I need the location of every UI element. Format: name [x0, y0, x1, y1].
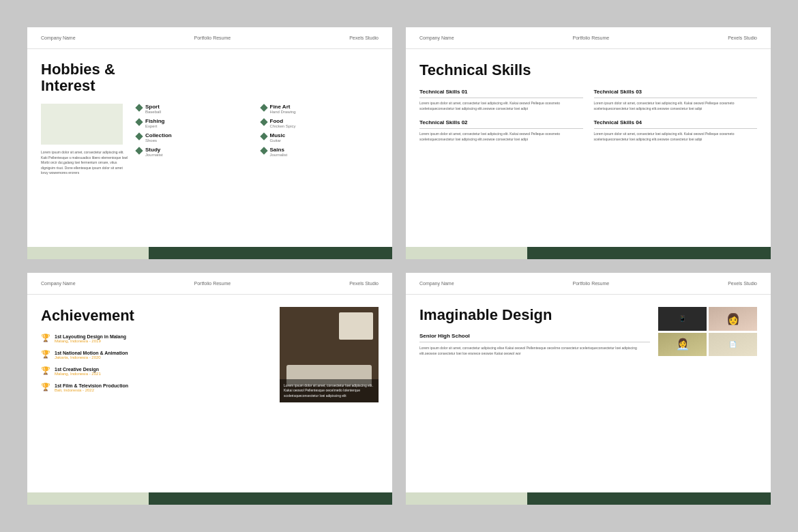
slide-content-4: Imaginable Design Senior High School Lor… [406, 295, 771, 505]
company-name-2: Company Name [419, 35, 454, 40]
footer-dark-2 [527, 247, 771, 259]
hobby-text-0: Sport Baseball [145, 104, 161, 114]
achievement-img-caption: Lorem ipsum dolor sit amet, consectetur … [284, 383, 374, 399]
studio-label-4: Pexels Studio [728, 281, 757, 286]
portfolio-label-3: Portfolio Resume [194, 281, 231, 286]
skills-grid: Technical Skills 01 Lorem ipsum dolor si… [419, 89, 757, 142]
slide-content-3: Achievement 🏆 1st Layouting Design in Ma… [27, 295, 392, 505]
hobbies-grid: Sport Baseball Fine Art Hand Drawing Fis… [136, 104, 379, 157]
achievement-title-0: 1st Layouting Design in Malang [55, 334, 126, 339]
company-name-1: Company Name [41, 35, 76, 40]
hobby-sub-7: Journalist [270, 153, 288, 157]
skill-name-0: Technical Skills 01 [419, 89, 583, 95]
hobby-item-0: Sport Baseball [136, 104, 254, 114]
hobby-item-3: Food Chicken Spicy [261, 118, 379, 128]
studio-label-3: Pexels Studio [349, 281, 379, 286]
hobby-name-3: Food [270, 118, 296, 124]
achievements-list: 🏆 1st Layouting Design in Malang Malang,… [41, 334, 271, 393]
achievement-item-2: 🏆 1st Creative Design Malang, Indonesia … [41, 367, 271, 376]
hobby-text-3: Food Chicken Spicy [270, 118, 296, 128]
achievement-right: Lorem ipsum dolor sit amet, consectetur … [280, 307, 379, 402]
company-name-3: Company Name [41, 281, 76, 286]
achievement-left: Achievement 🏆 1st Layouting Design in Ma… [41, 307, 271, 402]
portfolio-label-4: Portfolio Resume [573, 281, 610, 286]
achievement-details-3: 1st Film & Television Production Bali, I… [55, 383, 128, 392]
skill-text-0: Lorem ipsum dolor sit amet, consectetur … [419, 101, 583, 111]
skill-divider-2 [419, 128, 583, 129]
achievement-img-overlay: Lorem ipsum dolor sit amet, consectetur … [280, 379, 379, 403]
studio-label-2: Pexels Studio [728, 35, 757, 40]
hobby-text-2: Fishing Expert [145, 118, 164, 128]
slide-content-1: Hobbies & Interest Lorem ipsum dolor sit… [27, 49, 392, 259]
portfolio-label-2: Portfolio Resume [573, 35, 610, 40]
hobbies-body-text: Lorem ipsum dolor sit amet, consectetur … [41, 150, 130, 176]
achievement-image: Lorem ipsum dolor sit amet, consectetur … [280, 307, 379, 402]
achievement-sub-2: Malang, Indonesia - 2021 [55, 372, 101, 376]
hobbies-right: Sport Baseball Fine Art Hand Drawing Fis… [136, 104, 379, 176]
hobby-text-1: Fine Art Hand Drawing [270, 104, 296, 114]
design-img-4: 📄 [709, 333, 757, 357]
achievement-layout: Achievement 🏆 1st Layouting Design in Ma… [41, 307, 379, 402]
design-img-3: 👩‍💼 [658, 333, 707, 357]
hobbies-layout: Lorem ipsum dolor sit amet, consectetur … [41, 104, 379, 176]
skill-item-3: Technical Skills 04 Lorem ipsum dolor si… [594, 119, 758, 142]
footer-light-2 [406, 247, 527, 259]
achievement-sub-0: Malang, Indonesia - 2019 [55, 339, 126, 343]
hobby-sub-2: Expert [145, 124, 164, 128]
slide-achievement: Company Name Portfolio Resume Pexels Stu… [27, 273, 392, 505]
hobby-name-4: Collection [145, 132, 172, 138]
hobby-text-7: Sains Journalist [270, 147, 288, 157]
slide-hobbies: Company Name Portfolio Resume Pexels Stu… [27, 27, 392, 259]
studio-label-1: Pexels Studio [349, 35, 379, 40]
slide-header-4: Company Name Portfolio Resume Pexels Stu… [406, 273, 771, 295]
trophy-icon-1: 🏆 [41, 351, 50, 360]
hobby-name-0: Sport [145, 104, 161, 110]
footer-light-3 [27, 492, 149, 505]
hobby-item-6: Study Journalist [136, 147, 254, 157]
skill-divider-3 [594, 128, 758, 129]
skill-divider-1 [594, 98, 758, 98]
hobby-diamond-4 [135, 133, 143, 141]
slide-content-2: Technical Skills Technical Skills 01 Lor… [406, 49, 771, 259]
achievement-title-2: 1st Creative Design [55, 367, 101, 372]
hobby-sub-3: Chicken Spicy [270, 124, 296, 128]
trophy-icon-0: 🏆 [41, 334, 50, 344]
skill-item-0: Technical Skills 01 Lorem ipsum dolor si… [419, 89, 583, 111]
hobby-text-5: Music Guitar [270, 132, 286, 143]
footer-light-4 [406, 492, 527, 505]
hobby-sub-0: Baseball [145, 110, 161, 114]
skill-name-3: Technical Skills 04 [594, 119, 758, 125]
school-name: Senior High School [419, 333, 650, 339]
company-name-4: Company Name [419, 281, 454, 286]
hobby-sub-6: Journalist [145, 153, 163, 157]
school-divider [419, 342, 650, 342]
skill-text-2: Lorem ipsum dolor sit amet, consectetur … [419, 132, 583, 142]
hobby-diamond-3 [260, 119, 267, 126]
hobby-diamond-1 [260, 104, 267, 112]
achievement-item-1: 🏆 1st National Motion & Animation Jakart… [41, 351, 271, 360]
hobby-text-6: Study Journalist [145, 147, 163, 157]
hobby-sub-5: Guitar [270, 138, 286, 143]
hobby-sub-1: Hand Drawing [270, 110, 296, 114]
hobby-text-4: Collection Shoes [145, 132, 172, 143]
hobby-name-6: Study [145, 147, 163, 153]
portfolio-label-1: Portfolio Resume [194, 35, 231, 40]
monitor-shape [339, 312, 373, 340]
slide-header-3: Company Name Portfolio Resume Pexels Stu… [27, 273, 392, 295]
design-img-2: 👩 [709, 307, 757, 331]
hobby-diamond-0 [135, 104, 143, 112]
design-left: Imaginable Design Senior High School Lor… [419, 307, 650, 356]
achievement-item-3: 🏆 1st Film & Television Production Bali,… [41, 383, 271, 393]
skill-divider-0 [419, 98, 583, 98]
hobby-diamond-5 [260, 133, 267, 141]
achievement-details-1: 1st National Motion & Animation Jakarta,… [55, 351, 128, 359]
school-text: Lorem ipsum dolor sit amet, consectetur … [419, 346, 650, 356]
footer-dark-4 [527, 492, 771, 505]
hobby-diamond-6 [135, 147, 143, 155]
footer-light-1 [27, 247, 149, 259]
skill-name-1: Technical Skills 03 [594, 89, 758, 95]
hobbies-title: Hobbies & Interest [41, 61, 150, 94]
footer-dark-3 [149, 492, 392, 505]
hobby-item-5: Music Guitar [261, 132, 379, 143]
hobby-item-1: Fine Art Hand Drawing [261, 104, 379, 114]
